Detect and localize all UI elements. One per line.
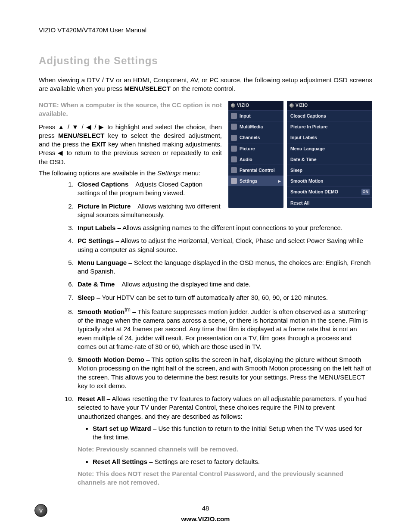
item-title: Picture In Picture (78, 202, 131, 210)
osd-label: Closed Captions (290, 113, 326, 119)
osd-label: Settings (240, 178, 257, 184)
osd-item-channels: Channels (228, 132, 283, 143)
item-title: Reset All (78, 395, 105, 402)
list-item: Smooth Motion Demo – This option splits … (75, 355, 372, 390)
osd-label: Sleep (290, 167, 302, 173)
settings-icon (231, 178, 237, 184)
list-item: Sleep – Your HDTV can be set to turn off… (75, 293, 372, 302)
intro-text-post: on the remote control. (171, 85, 235, 92)
channels-icon (231, 135, 237, 141)
osd-r-smooth: Smooth Motion (287, 175, 372, 186)
osd-r-sleep: Sleep (287, 165, 372, 175)
osd-label: Input Labels (290, 134, 317, 140)
item-desc: – Allows assigning names to the differen… (115, 224, 342, 231)
footer-url: www.VIZIO.com (39, 515, 372, 523)
osd-r-smoothdemo: Smooth Motion DEMOON (287, 186, 372, 197)
osd-r-datetime: Date & Time (287, 154, 372, 165)
parental-icon (231, 167, 237, 173)
list-item: Input Labels – Allows assigning names to… (75, 224, 372, 232)
list-item: PC Settings – Allows to adjust the Horiz… (75, 236, 372, 254)
intro-key: MENU/SELECT (124, 85, 171, 92)
page-number: 48 (39, 504, 372, 513)
item-title: Smooth Motion (78, 308, 125, 315)
osd-label: Date & Time (290, 156, 317, 162)
doc-header: VIZIO VT420M/VT470M User Manual (39, 26, 372, 34)
intro-paragraph: When viewing a DTV / TV or an HDMI, Comp… (39, 76, 372, 93)
osd-r-resetall: Reset All (287, 197, 372, 208)
note-channels-removed: Note: Previously scanned channels will b… (78, 445, 372, 454)
audio-icon (231, 156, 237, 162)
reset-sublist-2: Reset All Settings – Settings are reset … (86, 457, 372, 466)
osd-label: Parental Control (240, 167, 275, 173)
exit-key: EXIT (92, 140, 106, 148)
logo-letter: V (39, 507, 43, 515)
on-badge: ON (361, 189, 370, 195)
osd-right-panel: VIZIO Closed Captions Picture In Picture… (287, 101, 372, 208)
osd-item-parental: Parental Control (228, 165, 283, 175)
item-title: Smooth Motion Demo (78, 356, 144, 363)
item-title: PC Settings (78, 237, 114, 244)
item-title: Date & Time (78, 280, 115, 288)
osd-r-cc: Closed Captions (287, 110, 372, 121)
item-desc: – Allows resetting the TV features to fa… (78, 395, 367, 420)
osd-label: Smooth Motion (290, 178, 323, 184)
item-title: Closed Captions (78, 180, 128, 188)
osd-item-picture: Picture (228, 143, 283, 154)
list-item: Reset All – Allows resetting the TV feat… (75, 395, 372, 487)
item-title: Menu Language (78, 259, 127, 266)
list-item: Closed Captions – Adjusts Closed Caption… (75, 180, 237, 198)
osd-label: Picture (240, 146, 255, 152)
osd-screenshot: VIZIO Input MultiMedia Channels Picture … (228, 101, 372, 208)
osd-label: Input (240, 113, 251, 119)
arrow-keys-icon: ▲ / ▼ / ◀ / ▶ (58, 123, 105, 131)
osd-label: Menu Language (290, 146, 325, 152)
osd-brand-text: VIZIO (296, 103, 308, 109)
sub-title: Reset All Settings (93, 458, 147, 465)
page-footer: V 48 www.VIZIO.com (39, 504, 372, 523)
text: The following options are available in t… (39, 169, 157, 177)
list-item: Smooth Motiontm – This feature suppresse… (75, 306, 372, 351)
text: to return to the previous screen or repe… (39, 149, 222, 165)
note-parental-not-reset: Note: This does NOT reset the Parental C… (78, 470, 372, 487)
osd-label: Audio (240, 156, 252, 162)
item-desc: – Allows to adjust the Horizontal, Verti… (78, 237, 363, 253)
osd-item-audio: Audio (228, 154, 283, 165)
input-icon (231, 113, 237, 119)
text: Press (39, 123, 58, 131)
settings-menu-name: Settings (157, 169, 181, 177)
osd-r-inputlabels: Input Labels (287, 132, 372, 143)
brand-dot-icon (290, 103, 294, 108)
sub-item-resetall: Reset All Settings – Settings are reset … (93, 457, 372, 466)
osd-brand-text: VIZIO (237, 103, 249, 109)
osd-label: Channels (240, 134, 260, 140)
chevron-right-icon: ▸ (278, 178, 281, 184)
brand-dot-icon (231, 103, 235, 108)
osd-r-pip: Picture In Picture (287, 121, 372, 132)
sub-title: Start set up Wizard (93, 425, 151, 432)
osd-label: MultiMedia (240, 124, 263, 130)
page-title: Adjusting the Settings (39, 54, 372, 68)
osd-label: Smooth Motion DEMO (290, 189, 338, 195)
item-desc: – Allows adjusting the displayed time an… (115, 280, 250, 288)
item-desc: – Your HDTV can be set to turn off autom… (97, 294, 328, 301)
text: menu: (181, 169, 200, 177)
osd-item-settings: Settings▸ (228, 175, 283, 186)
reset-sublist: Start set up Wizard – Use this function … (86, 424, 372, 442)
osd-brand-left: VIZIO (228, 101, 283, 110)
osd-r-menulang: Menu Language (287, 143, 372, 154)
multimedia-icon (231, 124, 237, 130)
picture-icon (231, 146, 237, 152)
list-item: Menu Language – Select the language disp… (75, 258, 372, 276)
osd-item-input: Input (228, 110, 283, 121)
sub-desc: – Settings are reset to factory defaults… (147, 458, 260, 465)
arrow-left-icon: ◀ (58, 149, 64, 156)
item-title: Input Labels (78, 224, 115, 231)
osd-item-multimedia: MultiMedia (228, 121, 283, 132)
menu-select-key: MENU/SELECT (58, 132, 105, 139)
item-title: Sleep (78, 294, 97, 301)
osd-brand-right: VIZIO (287, 101, 372, 110)
list-item: Date & Time – Allows adjusting the displ… (75, 280, 372, 289)
osd-left-panel: VIZIO Input MultiMedia Channels Picture … (228, 101, 283, 208)
settings-options-list: Closed Captions – Adjusts Closed Caption… (65, 180, 372, 487)
osd-label: Picture In Picture (290, 124, 327, 130)
